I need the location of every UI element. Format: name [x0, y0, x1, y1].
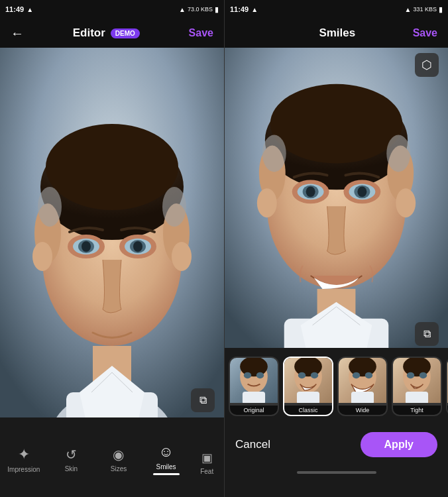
smile-thumb-original[interactable]: Original	[229, 357, 279, 416]
toolbar-item-sizes[interactable]: ◉ Sizes	[99, 447, 139, 472]
svg-point-53	[353, 372, 360, 378]
status-time-left: 11:49 ▲	[0, 5, 33, 13]
header-title-group: Editor DEMO	[73, 27, 140, 40]
svg-point-44	[256, 372, 264, 378]
svg-point-37	[306, 186, 315, 197]
smile-thumb-tight[interactable]: Tight	[392, 357, 442, 416]
photo-background-left	[0, 48, 224, 417]
smiles-label: Smiles	[156, 463, 176, 470]
signal-icon: ▲	[27, 6, 33, 13]
smiles-strip: Original Classic	[225, 348, 448, 424]
smiles-title: Smiles	[319, 27, 355, 40]
status-icons-right: ▲ 331 KBS ▮	[405, 5, 448, 14]
battery-icon-right: ▮	[439, 5, 443, 14]
smile-tight-label: Tight	[393, 406, 441, 415]
compare-button-right[interactable]: ⧉	[415, 322, 439, 346]
wifi-icon-right: ▲	[405, 6, 412, 13]
compare-icon-left: ⧉	[199, 394, 207, 406]
data-speed-left: 73.0 KBS	[188, 6, 213, 13]
smiles-indicator	[153, 473, 180, 475]
status-icons-left: ▲ 73.0 KBS ▮	[179, 5, 224, 14]
status-bar-left-panel: 11:49 ▲ ▲ 73.0 KBS ▮	[0, 0, 224, 19]
svg-point-49	[311, 372, 318, 378]
svg-point-40	[396, 188, 416, 217]
status-time-right: 11:49 ▲	[225, 5, 258, 13]
sizes-icon: ◉	[113, 447, 124, 463]
toolbar-item-features[interactable]: ▣ Feat	[194, 444, 220, 475]
home-indicator	[297, 471, 376, 474]
toolbar-item-smiles[interactable]: ☺ Smiles	[146, 443, 186, 475]
time-right: 11:49	[230, 5, 249, 13]
face-illustration-left	[0, 48, 224, 417]
svg-point-54	[365, 372, 372, 378]
svg-point-58	[407, 372, 414, 378]
left-panel: 11:49 ▲ ▲ 73.0 KBS ▮ ← Editor DEMO Save	[0, 0, 224, 497]
face-illustration-right	[225, 48, 448, 351]
svg-point-38	[357, 186, 366, 197]
status-bar-right-panel: 11:49 ▲ ▲ 331 KBS ▮	[225, 0, 448, 19]
toolbar-item-skin[interactable]: ↺ Skin	[51, 447, 91, 472]
back-button[interactable]: ←	[11, 26, 24, 41]
svg-point-6	[46, 124, 178, 210]
smiles-bottom-bar: Cancel Apply	[225, 424, 448, 497]
skin-icon: ↺	[66, 447, 77, 463]
smile-thumb-img-tight	[393, 358, 441, 403]
smile-wide-label: Wide	[339, 406, 386, 415]
svg-point-16	[133, 241, 142, 252]
svg-point-19	[38, 187, 62, 227]
toolbar-item-impression[interactable]: ✦ Impression	[4, 446, 44, 473]
svg-point-48	[298, 372, 306, 378]
svg-point-29	[262, 135, 286, 172]
photo-background-right	[225, 48, 448, 351]
erase-icon: ⬡	[421, 58, 432, 72]
svg-rect-50	[297, 392, 319, 403]
erase-button[interactable]: ⬡	[415, 53, 439, 77]
photo-area-left	[0, 48, 224, 417]
editor-title: Editor	[73, 27, 105, 40]
smile-original-label: Original	[230, 406, 278, 415]
photo-area-right	[225, 48, 448, 351]
signal-icon-right: ▲	[251, 6, 258, 13]
smile-thumb-img-wide	[339, 358, 386, 403]
compare-icon-right: ⧉	[423, 328, 431, 340]
toolbar-items-left: ✦ Impression ↺ Skin ◉ Sizes ☺ Smiles ▣ F…	[0, 417, 224, 497]
smile-thumb-classic[interactable]: Classic	[283, 357, 333, 416]
svg-rect-60	[406, 392, 428, 403]
svg-point-17	[32, 242, 52, 271]
svg-rect-55	[351, 392, 374, 403]
smile-classic-label: Classic	[284, 406, 332, 415]
impression-label: Impression	[7, 466, 40, 473]
svg-point-20	[162, 187, 186, 227]
cancel-button[interactable]: Cancel	[235, 438, 270, 451]
smile-thumb-img-classic	[284, 358, 332, 403]
smile-thumb-wide[interactable]: Wide	[337, 357, 388, 416]
editor-header: ← Editor DEMO Save	[0, 19, 224, 48]
svg-rect-45	[243, 392, 265, 403]
demo-badge: DEMO	[111, 28, 140, 38]
wifi-icon: ▲	[179, 6, 186, 13]
bottom-toolbar-left: ✦ Impression ↺ Skin ◉ Sizes ☺ Smiles ▣ F…	[0, 417, 224, 497]
svg-point-15	[82, 241, 91, 252]
impression-icon: ✦	[18, 446, 30, 463]
features-label: Feat	[200, 468, 213, 475]
save-button-left[interactable]: Save	[189, 27, 213, 39]
svg-point-26	[270, 84, 402, 164]
sizes-label: Sizes	[111, 465, 127, 472]
smiles-icon: ☺	[158, 443, 173, 461]
save-button-right[interactable]: Save	[413, 27, 437, 39]
battery-icon-left: ▮	[215, 5, 219, 14]
compare-button-left[interactable]: ⧉	[191, 388, 215, 412]
svg-point-39	[257, 188, 277, 217]
time-left: 11:49	[5, 5, 24, 13]
features-icon: ▣	[201, 451, 213, 465]
smiles-header: Smiles Save	[225, 19, 448, 48]
svg-point-18	[172, 242, 192, 271]
smile-thumb-img-original	[230, 358, 278, 403]
apply-button[interactable]: Apply	[361, 432, 437, 457]
svg-point-59	[420, 372, 427, 378]
data-speed-right: 331 KBS	[413, 6, 437, 13]
skin-label: Skin	[65, 465, 78, 472]
svg-point-30	[386, 135, 410, 172]
svg-point-43	[244, 372, 251, 378]
right-panel: 11:49 ▲ ▲ 331 KBS ▮ Smiles Save ⬡	[224, 0, 448, 497]
